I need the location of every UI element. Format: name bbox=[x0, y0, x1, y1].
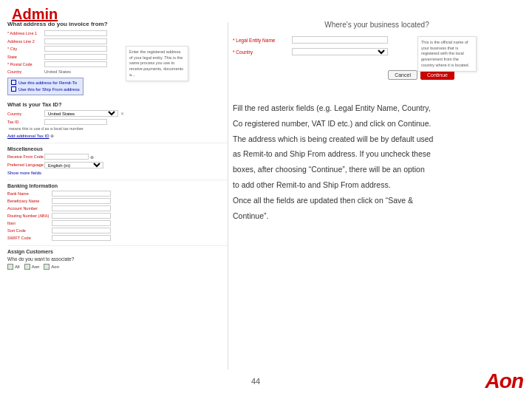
assign-aon1-checkbox[interactable] bbox=[24, 264, 30, 270]
swift-row: SWIFT Code bbox=[7, 235, 229, 241]
once-word: Once bbox=[233, 196, 251, 205]
tax-section-title: What is your Tax ID? bbox=[7, 101, 229, 108]
tax-country-row: Country United States ✕ bbox=[7, 110, 229, 117]
add-tax-id-link[interactable]: Add additional Tax ID bbox=[7, 134, 50, 138]
postal-label: * Postal Code bbox=[7, 62, 44, 66]
assign-aon2-label: Aon bbox=[51, 265, 59, 269]
misc-title: Miscellaneous bbox=[7, 146, 229, 151]
address-tooltip: Enter the registered address of your leg… bbox=[126, 46, 188, 81]
beneficiary-label: Beneficiary Name bbox=[7, 199, 52, 203]
receive-from-label: Receive From Code bbox=[7, 154, 44, 159]
assign-aon2-checkbox[interactable] bbox=[44, 264, 50, 270]
address-line1-input[interactable] bbox=[44, 30, 107, 36]
business-country-row: * Country bbox=[233, 48, 521, 55]
routing-label: Routing Number (ABA) bbox=[7, 214, 52, 218]
account-row: Account Number bbox=[7, 205, 229, 211]
right-panel: Where's your business located? * Legal E… bbox=[233, 21, 521, 225]
city-input[interactable] bbox=[44, 46, 107, 52]
account-input[interactable] bbox=[52, 205, 111, 211]
assign-subtitle: Who do you want to associate? bbox=[7, 256, 229, 262]
iban-input[interactable] bbox=[52, 220, 111, 226]
state-input[interactable] bbox=[44, 54, 107, 60]
text-paragraph-2: Co registered number, VAT ID etc.) and c… bbox=[233, 117, 514, 130]
assign-section: Assign Customers Who do you want to asso… bbox=[7, 245, 229, 270]
tax-id-label: Tax ID bbox=[7, 120, 44, 124]
assign-title: Assign Customers bbox=[7, 249, 229, 254]
add-tax-icon: ⊕ bbox=[50, 134, 54, 138]
city-row: * City bbox=[7, 46, 229, 52]
legal-entity-input[interactable] bbox=[292, 36, 388, 44]
tax-flag: ✕ bbox=[120, 111, 124, 116]
assign-aon1-label: Aon bbox=[32, 265, 40, 269]
tax-country-select[interactable]: United States bbox=[44, 110, 118, 117]
ship-from-checkbox[interactable] bbox=[11, 86, 16, 92]
business-country-select[interactable] bbox=[292, 48, 388, 55]
bank-name-label: Bank Name bbox=[7, 191, 52, 196]
state-label: State bbox=[7, 55, 44, 59]
receive-from-input[interactable] bbox=[44, 154, 89, 160]
postal-input[interactable] bbox=[44, 61, 107, 67]
remit-to-checkbox[interactable] bbox=[11, 80, 16, 85]
tax-note: means this is use d as a local tax numbe… bbox=[9, 126, 229, 131]
misc-section: Miscellaneous Receive From Code ⊕ Prefer… bbox=[7, 143, 229, 175]
assign-all-label: All bbox=[15, 265, 20, 269]
address-line2-label: Address Line 2 bbox=[7, 39, 44, 44]
swift-input[interactable] bbox=[52, 235, 111, 241]
assign-all-item: All bbox=[7, 264, 20, 270]
bank-name-input[interactable] bbox=[52, 191, 111, 197]
country-row: Country United States bbox=[7, 69, 229, 74]
iban-row: Iban bbox=[7, 220, 229, 226]
sort-code-input[interactable] bbox=[52, 228, 111, 233]
text-paragraph-1: Fill the red asterix fields (e.g. Legal … bbox=[233, 102, 514, 115]
address-line2-input[interactable] bbox=[44, 38, 107, 44]
tax-id-input[interactable] bbox=[44, 119, 107, 125]
assign-aon2-item: Aon bbox=[44, 264, 59, 270]
preferred-lang-row: Preferred Language English (in) bbox=[7, 162, 229, 168]
page-number: 44 bbox=[251, 377, 260, 386]
sort-code-label: Sort Code bbox=[7, 228, 52, 233]
text-content: Fill the red asterix fields (e.g. Legal … bbox=[233, 102, 514, 222]
swift-label: SWIFT Code bbox=[7, 236, 52, 240]
address-section-title: What address do you invoice from? bbox=[7, 21, 229, 27]
business-country-label: * Country bbox=[233, 50, 292, 55]
beneficiary-input[interactable] bbox=[52, 198, 111, 204]
routing-row: Routing Number (ABA) bbox=[7, 213, 229, 219]
assign-checkboxes: All Aon Aon bbox=[7, 264, 229, 270]
text-paragraph-8: Continue”. bbox=[233, 210, 514, 222]
assign-all-checkbox[interactable] bbox=[7, 264, 13, 270]
receive-from-row: Receive From Code ⊕ bbox=[7, 154, 229, 160]
routing-input[interactable] bbox=[52, 213, 111, 219]
bank-name-row: Bank Name bbox=[7, 191, 229, 197]
city-label: * City bbox=[7, 47, 44, 51]
address-checkboxes-group: Use this address for Remit-To Use this f… bbox=[7, 78, 83, 95]
banking-section: Banking Information Bank Name Beneficiar… bbox=[7, 180, 229, 241]
country-value: United States bbox=[44, 69, 71, 74]
business-tooltip: This is the official name of your busine… bbox=[417, 36, 477, 72]
preferred-lang-select[interactable]: English (in) bbox=[44, 162, 103, 168]
address-line1-row: * Address Line 1 bbox=[7, 30, 229, 36]
postal-row: * Postal Code bbox=[7, 61, 229, 67]
tax-id-row: Tax ID bbox=[7, 119, 229, 125]
legal-entity-row: * Legal Entity Name bbox=[233, 36, 521, 44]
sort-code-row: Sort Code bbox=[7, 228, 229, 233]
legal-entity-label: * Legal Entity Name bbox=[233, 38, 292, 43]
address-line1-label: * Address Line 1 bbox=[7, 31, 44, 35]
aon-logo: Aon bbox=[485, 369, 523, 393]
preferred-lang-label: Preferred Language bbox=[7, 163, 44, 167]
left-panel: What address do you invoice from? * Addr… bbox=[7, 21, 229, 383]
iban-label: Iban bbox=[7, 221, 52, 225]
tax-country-label: Country bbox=[7, 112, 44, 116]
ship-from-label: Use this for Ship From address bbox=[18, 87, 80, 92]
text-paragraph-5: boxes, after choosing “Continue”, there … bbox=[233, 163, 514, 176]
banking-title: Banking Information bbox=[7, 183, 229, 188]
show-more-link[interactable]: Show more fields bbox=[7, 171, 41, 175]
text-paragraph-6: to add other Remit-to and Ship From addr… bbox=[233, 179, 514, 191]
text-paragraph-3: The address which is being created will … bbox=[233, 133, 514, 146]
receive-from-icon: ⊕ bbox=[90, 154, 94, 160]
right-panel-title: Where's your business located? bbox=[233, 21, 521, 29]
text-paragraph-4: as Remit-to and Ship From address. If yo… bbox=[233, 148, 514, 160]
cancel-button[interactable]: Cancel bbox=[388, 70, 417, 80]
beneficiary-row: Beneficiary Name bbox=[7, 198, 229, 204]
page-title: Admin bbox=[12, 6, 58, 22]
address-line2-row: Address Line 2 bbox=[7, 38, 229, 44]
